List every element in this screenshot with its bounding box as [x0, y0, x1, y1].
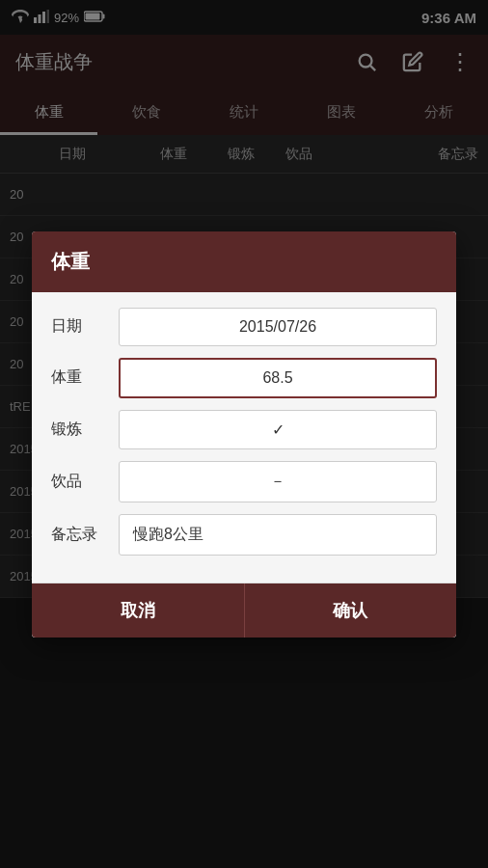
date-label: 日期 — [51, 316, 119, 337]
exercise-input[interactable]: ✓ — [119, 410, 437, 449]
dialog-buttons: 取消 确认 — [32, 583, 456, 637]
memo-label: 备忘录 — [51, 525, 119, 545]
drink-label: 饮品 — [51, 472, 119, 492]
drink-input[interactable]: － — [119, 461, 437, 502]
weight-input[interactable]: 68.5 — [119, 358, 437, 398]
dialog-exercise-row: 锻炼 ✓ — [51, 410, 437, 449]
dialog-title: 体重 — [51, 251, 90, 272]
dialog-date-row: 日期 2015/07/26 — [51, 308, 437, 346]
weight-label: 体重 — [51, 367, 119, 388]
confirm-button[interactable]: 确认 — [245, 583, 457, 637]
date-input[interactable]: 2015/07/26 — [119, 308, 437, 346]
dialog-overlay: 体重 日期 2015/07/26 体重 68.5 锻炼 ✓ 饮品 － — [0, 0, 488, 868]
dialog-drink-row: 饮品 － — [51, 461, 437, 502]
memo-input[interactable]: 慢跑8公里 — [119, 514, 437, 556]
dialog-header: 体重 — [32, 231, 456, 292]
dialog-weight-row: 体重 68.5 — [51, 358, 437, 398]
exercise-label: 锻炼 — [51, 420, 119, 440]
dialog-memo-row: 备忘录 慢跑8公里 — [51, 514, 437, 556]
cancel-button[interactable]: 取消 — [32, 583, 245, 637]
weight-dialog: 体重 日期 2015/07/26 体重 68.5 锻炼 ✓ 饮品 － — [32, 231, 456, 637]
dialog-body: 日期 2015/07/26 体重 68.5 锻炼 ✓ 饮品 － 备忘录 慢跑8公… — [32, 292, 456, 583]
